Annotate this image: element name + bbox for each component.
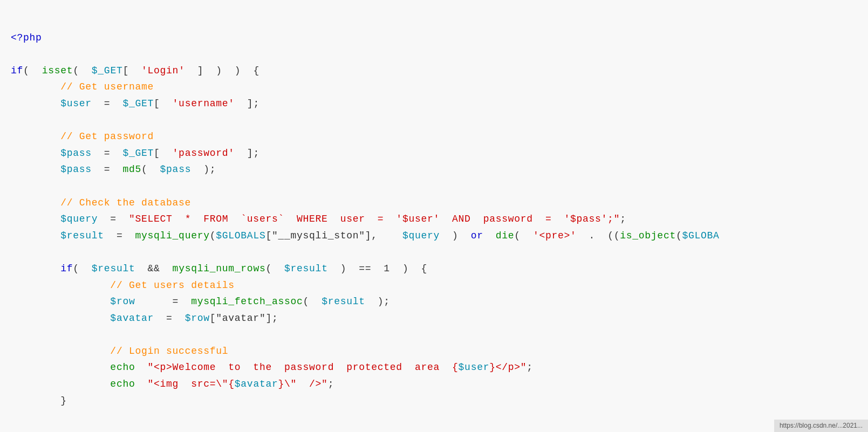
status-bar: https://blog.csdn.ne/...2021... [774, 420, 868, 432]
if-keyword: if [11, 65, 23, 76]
php-open-tag: <?php [11, 32, 42, 43]
code-container: <?php if( isset( $_GET[ 'Login' ] ) ) { … [0, 0, 868, 432]
status-url: https://blog.csdn.ne/...2021... [780, 422, 863, 429]
code-block: <?php if( isset( $_GET[ 'Login' ] ) ) { … [11, 13, 857, 432]
